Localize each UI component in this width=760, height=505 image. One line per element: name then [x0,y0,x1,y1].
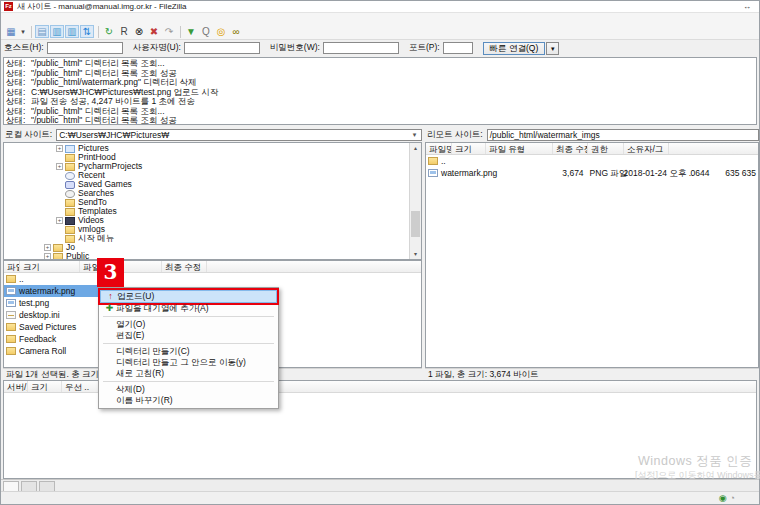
local-site-combo[interactable]: C:₩Users₩JHC₩Pictures₩ ▾ [56,129,422,141]
remote-site-combo[interactable]: /public_html/watermark_imgs [487,129,759,141]
message-log: 상태:"/public_html" 디렉터리 목록 조회... 상태:"/pub… [3,57,757,125]
toggle-queue-icon[interactable]: ⇅ [80,25,94,38]
menu-item-delete[interactable]: 삭제(D) [100,384,277,395]
tree-item[interactable]: vmlogs [4,225,421,234]
file-size: 3,674 [561,167,587,179]
directory-comparison-icon[interactable]: Q [199,25,213,38]
tree-expander-icon[interactable] [56,208,63,215]
port-input[interactable] [443,42,473,54]
separator [103,343,274,344]
column-header[interactable]: 크기 [20,261,80,272]
tree-expander-icon[interactable] [56,154,63,161]
file-name: watermark.png [19,285,75,297]
image-icon [428,169,438,177]
menu-item-label: 삭제(D) [116,384,145,395]
column-header[interactable]: 크기 [452,143,486,154]
tree-expander-icon[interactable] [56,181,63,188]
titlebar-right-glyph[interactable]: ↔ [743,2,751,11]
scroll-up-icon[interactable]: ▴ [410,143,421,153]
..[interactable]: .. [426,155,758,167]
column-header[interactable]: 서버/로컬 파일 [4,381,28,392]
menu-item-add-to-queue[interactable]: ✚ 파일을 대기열에 추가(A) [100,303,277,314]
tree-expander-icon[interactable]: + [56,145,63,152]
toggle-local-tree-icon[interactable]: ▥ [50,25,64,38]
menu-item-refresh[interactable]: 새로 고침(R) [100,368,277,379]
menu-item-create-directory[interactable]: 디렉터리 만들기(C) [100,346,277,357]
tree-item[interactable]: + PycharmProjects [4,162,421,171]
username-input[interactable] [184,42,260,54]
tree-item[interactable]: 시작 메뉴 [4,234,421,243]
toggle-message-log-icon[interactable]: ▤ [35,25,49,38]
file-permissions: 0644 [688,167,723,179]
tree-item[interactable]: + Public [4,252,421,260]
tree-item[interactable]: Searches [4,189,421,198]
menu-item-open[interactable]: 열기(O) [100,319,277,330]
tree-item[interactable]: SendTo [4,198,421,207]
menu-item-rename[interactable]: 이름 바꾸기(R) [100,395,277,406]
folder-icon [53,244,63,252]
tree-expander-icon[interactable]: + [44,253,51,260]
tree-item[interactable]: Recent [4,171,421,180]
menu-item-edit[interactable]: 편집(E) [100,330,277,341]
column-header[interactable]: 권한 [588,143,624,154]
tree-item[interactable]: Templates [4,207,421,216]
column-header[interactable]: 최종 수정 [162,261,207,272]
filezilla-window: Fz 새 사이트 - manual@manual.img.or.kr - Fil… [0,0,760,505]
file-permissions [687,155,722,167]
site-manager-dropdown-icon[interactable]: ▾ [19,25,27,38]
tree-item[interactable]: + Videos [4,216,421,225]
disconnect-icon[interactable]: ✖ [147,25,161,38]
local-file-list-header: 파일명▴크기파일 유형최종 수정 [4,261,421,273]
refresh-icon[interactable]: ↻ [102,25,116,38]
image-icon [6,299,16,307]
folder-icon [65,154,75,162]
column-header[interactable]: 최종 수정 [553,143,588,154]
find-files-icon[interactable]: ∞ [229,25,243,38]
remote-status-bar: 1 파일, 총 크기: 3,674 바이트 [425,368,759,379]
quickconnect-button[interactable]: 빠른 연결(Q) [483,42,546,55]
menu-item-upload[interactable]: ↑ 업로드(U) [100,290,277,303]
tree-item[interactable]: Saved Games [4,180,421,189]
quickconnect-dropdown-icon[interactable]: ▾ [546,42,559,55]
file-name: .. [19,273,24,285]
host-input[interactable] [47,42,123,54]
column-header[interactable]: 파일명▴ [426,143,452,154]
folder-icon [65,208,75,216]
tree-expander-icon[interactable] [56,226,63,233]
filter-icon[interactable]: ▼ [184,25,198,38]
scrollbar-thumb[interactable] [411,211,420,237]
synchronized-browsing-icon[interactable]: ◎ [214,25,228,38]
..[interactable]: .. [4,273,421,285]
tree-expander-icon[interactable]: + [56,217,63,224]
tree-expander-icon[interactable]: + [56,163,63,170]
tree-expander-icon[interactable] [56,199,63,206]
watermark.png[interactable]: watermark.png 3,674 PNG 파일 2018-01-24 오후… [426,167,758,179]
reconnect-icon[interactable]: ↷ [162,25,176,38]
local-directory-tree: ▴ ▾ + Pictures PrintHood + PycharmProjec… [3,142,422,260]
toggle-remote-tree-icon[interactable]: ▥ [65,25,79,38]
column-header[interactable]: 파일명▴ [4,261,20,272]
menu-item-label: 파일을 대기열에 추가(A) [116,303,209,314]
password-input[interactable] [323,42,399,54]
status-icons: ◉◔ [719,493,735,503]
tree-expander-icon[interactable]: + [44,244,51,251]
quick-connect-bar: 호스트(H): 사용자명(U): 비밀번호(W): 포트(P): 빠른 연결(Q… [1,40,759,56]
tree-expander-icon[interactable] [56,172,63,179]
tree-item[interactable]: + Pictures [4,144,421,153]
combo-dropdown-icon[interactable]: ▾ [409,130,420,140]
tree-item[interactable]: PrintHood [4,153,421,162]
tree-scrollbar[interactable]: ▴ ▾ [409,143,421,259]
process-queue-icon[interactable]: R [117,25,131,38]
site-manager-icon[interactable]: ▦ [4,25,18,38]
column-header[interactable]: 크기 [28,381,62,392]
folder-icon [53,253,63,261]
cancel-operation-icon[interactable]: ⊗ [132,25,146,38]
tree-expander-icon[interactable] [56,190,63,197]
column-header[interactable]: 파일 유형 [486,143,553,154]
column-header[interactable]: 소유자/그 [624,143,669,154]
menu-item-create-directory-enter[interactable]: 디렉터리 만들고 그 안으로 이동(y) [100,357,277,368]
folder-icon [65,235,75,243]
separator [31,26,32,38]
tree-expander-icon[interactable] [56,235,63,242]
scroll-down-icon[interactable]: ▾ [410,249,421,259]
